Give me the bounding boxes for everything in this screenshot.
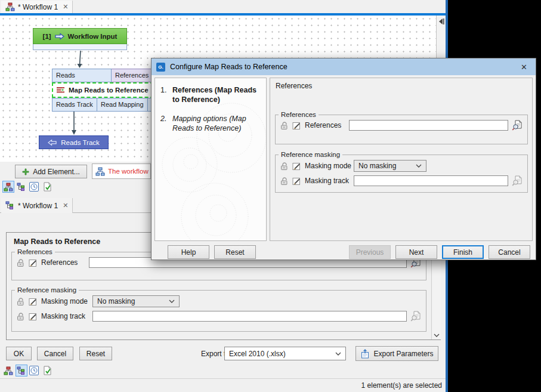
dialog-reset-button[interactable]: Reset [214, 245, 256, 259]
reference-masking-group: Reference masking Masking mode No maskin… [275, 151, 528, 193]
wizard-content-panel: References References References Referen… [270, 78, 533, 241]
export-icon [360, 349, 370, 359]
configure-dialog: G. Configure Map Reads to Reference ✕ 1.… [151, 58, 536, 260]
tab-workflow-parameters[interactable]: * Workflow 1 ✕ [1, 198, 73, 213]
tab-workflow-editor[interactable]: * Workflow 1 ✕ [1, 1, 73, 13]
previous-button: Previous [349, 245, 391, 259]
finish-button[interactable]: Finish [442, 245, 484, 259]
reference-masking-group: Reference masking Masking mode No maskin… [11, 286, 426, 332]
tab-label: * Workflow 1 [18, 202, 58, 210]
masking-mode-select[interactable]: No masking [92, 295, 180, 307]
view-validate-button[interactable] [41, 181, 53, 193]
node-map-reads[interactable]: Reads References Map Reads to Reference … [52, 69, 160, 112]
dialog-cancel-button[interactable]: Cancel [489, 245, 530, 259]
masking-track-input[interactable] [92, 311, 407, 322]
previous-label: Previous [356, 248, 384, 257]
ok-label: OK [14, 350, 24, 358]
scroll-down-icon[interactable] [434, 334, 440, 337]
lock-icon[interactable] [17, 312, 25, 321]
dialog-titlebar[interactable]: G. Configure Map Reads to Reference ✕ [152, 58, 536, 75]
node-map-reads-body[interactable]: Map Reads to Reference [52, 82, 160, 98]
step-label: References (Map Reads to Reference) [172, 86, 261, 104]
workflow-icon [4, 183, 13, 192]
add-element-label: Add Element... [33, 168, 80, 176]
add-element-button[interactable]: Add Element... [15, 165, 87, 178]
view-workflow-button[interactable] [2, 181, 14, 193]
plus-icon [22, 168, 29, 175]
wizard-step-1[interactable]: 1. References (Map Reads to Reference) [160, 86, 261, 104]
masking-legend: Reference masking [279, 151, 342, 158]
edit-pencil-icon[interactable] [292, 177, 301, 186]
references-group: References References [275, 111, 528, 144]
wizard-step-2[interactable]: 2. Mapping options (Map Reads to Referen… [160, 115, 261, 133]
view-history-button[interactable] [28, 181, 40, 193]
view-validate-button[interactable] [41, 365, 53, 376]
lock-icon[interactable] [280, 121, 289, 130]
status-bar: 1 element(s) are selected [0, 378, 446, 392]
node-input-badge: [1] [43, 33, 51, 40]
edit-pencil-icon[interactable] [29, 258, 38, 267]
ok-button[interactable]: OK [6, 347, 32, 360]
node-map-label: Map Reads to Reference [69, 87, 149, 94]
lock-icon[interactable] [17, 258, 25, 267]
lock-icon[interactable] [280, 177, 289, 186]
view-history-button[interactable] [28, 365, 40, 376]
tab-close-icon[interactable]: ✕ [63, 202, 68, 209]
workflow-validation-message[interactable]: The workflow [92, 163, 151, 179]
masking-mode-value: No masking [97, 297, 135, 305]
selection-status: 1 element(s) are selected [361, 381, 442, 390]
dialog-close-icon[interactable]: ✕ [517, 63, 531, 72]
top-tabbar: * Workflow 1 ✕ [0, 0, 446, 13]
node-workflow-input[interactable]: [1] Workflow Input [33, 28, 127, 50]
arrow-right-icon [55, 33, 64, 40]
chevron-down-icon [416, 164, 422, 168]
help-label: Help [181, 248, 196, 257]
masking-track-input[interactable] [354, 175, 508, 186]
masking-track-label: Masking track [41, 312, 89, 320]
references-field-label: References [305, 121, 342, 129]
workflow-icon [4, 366, 13, 375]
lock-icon[interactable] [17, 297, 25, 306]
output-port-read-mapping[interactable]: Read Mapping [97, 98, 148, 112]
step-number: 1. [160, 86, 168, 104]
export-format-select[interactable]: Excel 2010 (.xlsx) [224, 347, 346, 360]
help-button[interactable]: Help [168, 245, 209, 259]
export-parameters-button[interactable]: Export Parameters [355, 346, 438, 361]
edit-pencil-icon[interactable] [29, 297, 38, 306]
lock-icon[interactable] [280, 162, 289, 171]
node-reads-track-output[interactable]: Reads Track [39, 135, 109, 149]
step-number: 2. [160, 115, 168, 133]
masking-mode-select[interactable]: No masking [354, 160, 426, 172]
view-list-button[interactable] [16, 365, 27, 376]
masking-mode-label: Masking mode [305, 162, 350, 170]
cancel-label: Cancel [44, 350, 66, 358]
list-view-icon [5, 201, 15, 210]
edit-pencil-icon[interactable] [292, 121, 301, 130]
edit-pencil-icon[interactable] [29, 312, 38, 321]
references-legend: References [279, 111, 319, 118]
tab-label: * Workflow 1 [18, 3, 58, 11]
browse-icon[interactable] [512, 120, 523, 131]
clock-icon [29, 366, 39, 375]
editor-title: Map Reads to Reference [14, 237, 100, 246]
input-port-reads[interactable]: Reads [52, 69, 112, 82]
next-button[interactable]: Next [395, 245, 437, 259]
view-workflow-button[interactable] [2, 365, 14, 376]
wizard-steps-panel: 1. References (Map Reads to Reference) 2… [154, 78, 267, 241]
view-list-button[interactable] [16, 181, 27, 193]
cancel-button[interactable]: Cancel [37, 347, 73, 360]
references-input[interactable] [349, 120, 508, 131]
tab-close-icon[interactable]: ✕ [63, 3, 68, 11]
export-parameters-label: Export Parameters [373, 350, 433, 358]
node-input-output-port[interactable] [33, 44, 127, 50]
edit-pencil-icon[interactable] [292, 162, 301, 171]
browse-icon-disabled [410, 311, 421, 322]
cancel-label: Cancel [498, 248, 520, 257]
validation-text: The workflow [108, 168, 149, 175]
workflow-blue-icon [95, 167, 105, 176]
output-port-reads-track[interactable]: Reads Track [52, 98, 97, 112]
reset-button[interactable]: Reset [79, 347, 112, 360]
masking-track-label: Masking track [305, 177, 350, 185]
node-input-label: Workflow Input [68, 33, 118, 40]
view-toolbar-lower [0, 365, 119, 378]
